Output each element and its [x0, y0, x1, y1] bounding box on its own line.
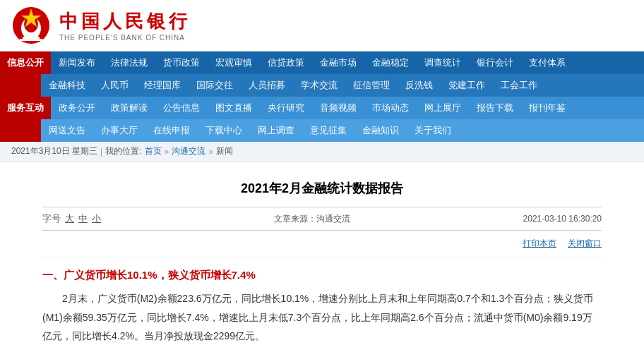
nav-item-feedback[interactable]: 意见征集: [302, 119, 354, 142]
nav-label-service: 服务互动: [0, 97, 51, 119]
nav-row-3b: 网送文告 办事大厅 在线申报 下载中心 网上调查 意见征集 金融知识 关于我们: [0, 119, 644, 142]
nav-item-monetary[interactable]: 货币政策: [155, 52, 208, 74]
nav-item-intl[interactable]: 国际交往: [189, 74, 241, 97]
article-actions: 打印本页 关闭窗口: [42, 235, 602, 258]
article-body: 一、广义货币增长10.1%，狭义货币增长7.4% 2月末，广义货币(M2)余额2…: [42, 269, 602, 346]
breadcrumb-home[interactable]: 首页: [145, 145, 162, 157]
svg-rect-5: [20, 39, 42, 41]
nav-row-1-items: 新闻发布 法律法规 货币政策 宏观审慎 信贷政策 金融市场 金融稳定 调查统计 …: [51, 52, 573, 74]
nav-item-macro[interactable]: 宏观审慎: [208, 52, 260, 74]
breadcrumb-arrow-1: »: [165, 147, 169, 157]
nav-item-party[interactable]: 党建工作: [441, 74, 493, 97]
nav-row-3a-items: 政务公开 政策解读 公告信息 图文直播 央行研究 音频视频 市场动态 网上展厅 …: [51, 97, 573, 119]
breadcrumb-comm[interactable]: 沟通交流: [172, 145, 205, 157]
paragraph-1: 2月末，广义货币(M2)余额223.6万亿元，同比增长10.1%，增速分别比上月…: [42, 289, 602, 346]
nav-row-2: 金融科技 人民币 经理国库 国际交往 人员招募 学术交流 征信管理 反洗钱 党建…: [0, 74, 644, 97]
breadcrumb-arrow-2: »: [208, 147, 213, 157]
font-size-medium[interactable]: 中: [78, 212, 88, 225]
nav-item-reports[interactable]: 报告下载: [469, 97, 521, 119]
nav-item-yearbook[interactable]: 报刊年鉴: [521, 97, 573, 119]
logo-english: THE PEOPLE'S BANK OF CHINA: [59, 34, 185, 42]
breadcrumb: 2021年3月10日 星期三 | 我的位置: 首页 » 沟通交流 » 新闻: [0, 142, 644, 162]
nav-item-academic[interactable]: 学术交流: [293, 74, 345, 97]
nav-item-fintech[interactable]: 金融科技: [41, 74, 93, 97]
nav-item-law[interactable]: 法律法规: [103, 52, 155, 74]
nav-item-fin-knowledge[interactable]: 金融知识: [354, 119, 407, 142]
nav-item-market[interactable]: 市场动态: [364, 97, 417, 119]
article-title: 2021年2月金融统计数据报告: [42, 180, 602, 197]
article-date: 2021-03-10 16:30:20: [523, 214, 602, 224]
nav-row-3a: 服务互动 政务公开 政策解读 公告信息 图文直播 央行研究 音频视频 市场动态 …: [0, 97, 644, 119]
nav-item-banking[interactable]: 银行会计: [469, 52, 521, 74]
logo-text: 中国人民银行 THE PEOPLE'S BANK OF CHINA: [59, 9, 191, 42]
nav-item-financial-stability[interactable]: 金融稳定: [364, 52, 417, 74]
section-1-title: 一、广义货币增长10.1%，狭义货币增长7.4%: [42, 269, 602, 282]
nav-item-about-us[interactable]: 关于我们: [407, 119, 459, 142]
nav-item-financial-market[interactable]: 金融市场: [312, 52, 364, 74]
font-size-large[interactable]: 大: [65, 212, 74, 225]
nav-item-payment[interactable]: 支付体系: [521, 52, 573, 74]
nav-item-announcements[interactable]: 公告信息: [155, 97, 208, 119]
source-label: 文章来源：: [274, 214, 316, 224]
nav-row-1: 信息公开 新闻发布 法律法规 货币政策 宏观审慎 信贷政策 金融市场 金融稳定 …: [0, 52, 644, 74]
nav-item-survey-online[interactable]: 网上调查: [250, 119, 302, 142]
nav-item-credit-ref[interactable]: 征信管理: [345, 74, 398, 97]
print-button[interactable]: 打印本页: [523, 238, 556, 250]
nav-item-recruit[interactable]: 人员招募: [241, 74, 293, 97]
nav-label-info: 信息公开: [0, 52, 51, 74]
breadcrumb-separator-bar: |: [100, 147, 102, 157]
article-meta-bar: 字号 大 中 小 文章来源：沟通交流 2021-03-10 16:30:20: [42, 207, 602, 231]
breadcrumb-current: 新闻: [216, 145, 233, 157]
font-size-small[interactable]: 小: [92, 212, 101, 225]
nav-item-send-notice[interactable]: 网送文告: [41, 119, 93, 142]
nav-item-research[interactable]: 央行研究: [260, 97, 312, 119]
nav-item-news[interactable]: 新闻发布: [51, 52, 103, 74]
breadcrumb-date: 2021年3月10日 星期三: [11, 145, 97, 157]
article-source: 文章来源：沟通交流: [274, 213, 350, 225]
logo-chinese: 中国人民银行: [59, 9, 191, 34]
source-value: 沟通交流: [316, 214, 350, 224]
nav-item-live[interactable]: 图文直播: [208, 97, 260, 119]
nav-item-survey[interactable]: 调查统计: [417, 52, 469, 74]
nav-item-union[interactable]: 工会工作: [493, 74, 545, 97]
breadcrumb-location-label: 我的位置:: [105, 145, 141, 157]
nav-item-online-apply[interactable]: 在线申报: [145, 119, 198, 142]
bank-emblem-icon: [11, 6, 51, 45]
nav-item-credit[interactable]: 信贷政策: [260, 52, 312, 74]
nav-item-service-hall[interactable]: 办事大厅: [93, 119, 145, 142]
content-area: 2021年2月金融统计数据报告 字号 大 中 小 文章来源：沟通交流 2021-…: [0, 162, 644, 357]
nav-item-treasury[interactable]: 经理国库: [136, 74, 189, 97]
nav-item-policy-interp[interactable]: 政策解读: [103, 97, 155, 119]
nav-label-empty-2: [0, 74, 41, 97]
nav-item-online-hall[interactable]: 网上展厅: [417, 97, 469, 119]
nav-item-audio-video[interactable]: 音频视频: [312, 97, 364, 119]
nav-item-rmb[interactable]: 人民币: [93, 74, 136, 97]
nav-item-antimoney[interactable]: 反洗钱: [398, 74, 441, 97]
header: 中国人民银行 THE PEOPLE'S BANK OF CHINA: [0, 0, 644, 52]
nav-item-download[interactable]: 下载中心: [198, 119, 250, 142]
nav-item-gov-open[interactable]: 政务公开: [51, 97, 103, 119]
font-size-label: 字号: [42, 212, 61, 225]
nav-row-3b-items: 网送文告 办事大厅 在线申报 下载中心 网上调查 意见征集 金融知识 关于我们: [41, 119, 459, 142]
logo-area: 中国人民银行 THE PEOPLE'S BANK OF CHINA: [11, 6, 191, 45]
nav-row-2-items: 金融科技 人民币 经理国库 国际交往 人员招募 学术交流 征信管理 反洗钱 党建…: [41, 74, 545, 97]
close-window-button[interactable]: 关闭窗口: [568, 238, 602, 250]
nav-label-empty-3b: [0, 119, 41, 142]
font-size-controls: 字号 大 中 小: [42, 212, 101, 225]
